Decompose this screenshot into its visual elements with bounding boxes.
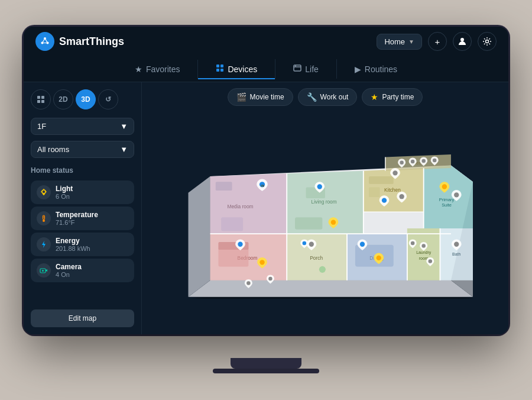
workout-btn[interactable]: 🔧 Work out [298,88,358,106]
3d-label: 3D [81,95,90,104]
svg-rect-13 [294,65,301,71]
svg-point-7 [460,38,464,41]
status-temperature[interactable]: Temperature 71.6°F [31,207,134,230]
svg-rect-26 [43,215,45,220]
light-info: Light 6 On [56,185,73,200]
svg-text:Porch: Porch [310,255,323,261]
svg-marker-34 [189,280,473,297]
svg-point-104 [246,281,250,285]
2d-view-btn[interactable]: 2D [53,89,73,109]
energy-value: 201.88 kWh [56,245,90,252]
camera-value: 4 On [56,271,82,278]
history-btn[interactable]: ↺ [98,89,118,109]
status-energy[interactable]: Energy 201.88 kWh [31,233,134,256]
svg-point-96 [319,266,326,273]
temp-name: Temperature [56,211,98,219]
home-status-heading: Home status [31,166,134,175]
movie-icon: 🎬 [236,92,246,102]
tv-frame: SmartThings Home ▼ + [24,27,508,334]
tab-devices[interactable]: Devices [198,59,275,79]
status-camera[interactable]: Camera 4 On [31,259,134,282]
grid-view-btn[interactable] [31,89,51,109]
tab-life-label: Life [305,64,319,74]
status-light[interactable]: Light 6 On [31,180,134,204]
svg-text:Laundry: Laundry [416,250,432,255]
home-label: Home [384,37,405,46]
smartthings-logo-icon [35,32,54,51]
temp-info: Temperature 71.6°F [56,211,98,226]
svg-marker-35 [189,176,210,297]
settings-button[interactable] [478,32,497,51]
edit-map-button[interactable]: Edit map [31,309,134,327]
svg-rect-10 [220,64,223,67]
svg-point-95 [309,242,314,247]
svg-text:Living room: Living room [312,199,337,205]
movie-time-btn[interactable]: 🎬 Movie time [228,88,293,106]
devices-icon [216,64,224,74]
svg-point-84 [400,161,403,164]
svg-rect-18 [37,100,40,103]
room-dropdown-arrow: ▼ [120,145,128,154]
app-name: SmartThings [59,36,124,48]
camera-info: Camera 4 On [56,263,82,278]
svg-point-20 [42,190,46,193]
svg-point-90 [382,198,387,203]
tab-routines-label: Routines [365,64,397,74]
svg-rect-16 [37,96,40,99]
temp-value: 71.6°F [56,219,98,226]
svg-rect-74 [369,187,380,197]
movie-label: Movie time [250,93,284,101]
party-time-btn[interactable]: ★ Party time [362,88,423,106]
svg-rect-11 [216,69,219,72]
svg-rect-70 [221,217,243,231]
routines-icon: ▶ [355,64,361,74]
svg-point-100 [421,244,425,247]
3d-view-btn[interactable]: 3D [76,89,96,109]
svg-point-33 [42,270,44,272]
tab-life[interactable]: Life [275,59,337,79]
svg-point-27 [43,220,45,222]
add-button[interactable]: + [428,32,447,51]
svg-point-86 [421,159,425,163]
tab-favorites[interactable]: ★ Favorites [117,60,199,79]
svg-point-82 [331,220,336,225]
home-dropdown-arrow: ▼ [408,38,414,45]
status-items: Light 6 On [31,180,134,282]
svg-point-99 [411,241,414,245]
scene-buttons: 🎬 Movie time 🔧 Work out ★ Party time [228,88,423,106]
room-selector[interactable]: All rooms ▼ [31,141,134,158]
energy-info: Energy 201.88 kWh [56,237,90,252]
life-icon [293,64,301,74]
tv-base [213,369,319,373]
smartthings-ui: SmartThings Home ▼ + [24,27,508,334]
floor-selector[interactable]: 1F ▼ [31,118,134,135]
nav-tabs: ★ Favorites Devices [24,56,508,82]
svg-point-85 [411,160,414,163]
svg-text:📺: 📺 [261,183,264,188]
floor-dropdown-arrow: ▼ [120,122,128,131]
light-name: Light [56,185,73,193]
tab-routines[interactable]: ▶ Routines [337,60,415,79]
svg-text:Kitchen: Kitchen [384,187,401,193]
svg-point-88 [442,184,447,189]
top-right-controls: Home ▼ + [377,32,497,51]
energy-icon [37,237,51,251]
svg-point-97 [360,242,365,247]
floorplan-container: Media room Living room Kitchen Primary S… [148,112,502,328]
svg-point-103 [303,241,306,245]
svg-point-81 [317,184,322,189]
party-label: Party time [382,93,414,101]
svg-rect-71 [295,217,322,229]
svg-point-98 [377,256,381,260]
profile-button[interactable] [453,32,472,51]
svg-text:Media room: Media room [227,204,253,209]
main-content: 2D 3D ↺ 1F ▼ All rooms ▼ [24,82,508,334]
svg-text:Bath: Bath [452,252,460,256]
light-icon [37,185,51,199]
svg-rect-69 [216,182,232,191]
temp-icon [37,211,51,225]
svg-point-93 [259,260,264,264]
svg-marker-30 [42,241,46,248]
favorites-icon: ★ [135,64,142,74]
home-selector[interactable]: Home ▼ [377,34,422,50]
